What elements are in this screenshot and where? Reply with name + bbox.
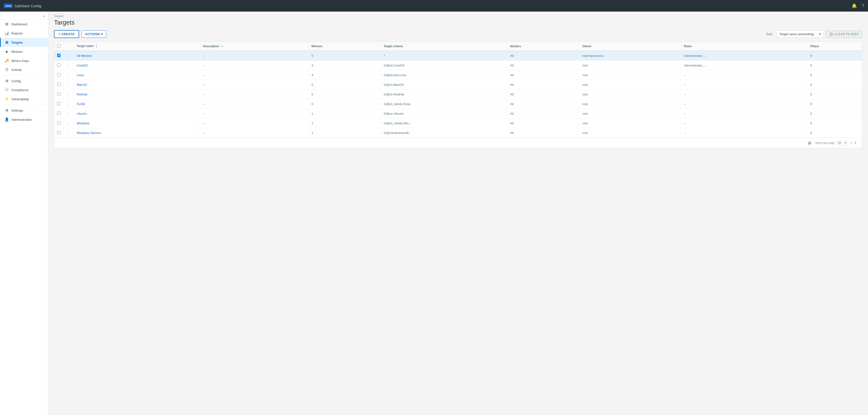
sidebar-item-targets[interactable]: ⊞ Targets xyxy=(0,38,48,47)
target-link-7[interactable]: Windows xyxy=(77,122,89,125)
collapse-sidebar-button[interactable]: « xyxy=(43,14,45,18)
sidebar-item-compliance[interactable]: 🛡 Compliance › xyxy=(0,86,48,94)
row-checkbox-6[interactable] xyxy=(57,111,61,115)
targets-table-container: Target name ▲ ▼ Description ▼ Minions Ta… xyxy=(54,41,862,138)
sidebar-item-reports[interactable]: 📊 Reports xyxy=(0,29,48,38)
row-name-cell-7: Windows xyxy=(74,119,200,128)
table-row: ⋮ Ubuntu -- 1 G@os:Ubuntu All root -- 0 xyxy=(54,109,862,119)
target-link-3[interactable]: MacOS xyxy=(77,83,87,87)
col-desc-label: Description xyxy=(203,44,219,48)
clear-filters-button[interactable]: 🚫 CLEAR FILTERS xyxy=(826,31,862,38)
settings-chevron-icon: › xyxy=(43,109,44,112)
columns-toggle-button[interactable]: ⊞ xyxy=(808,141,811,145)
row-checkbox-3[interactable] xyxy=(57,83,61,86)
row-menu-button-2[interactable]: ⋮ xyxy=(66,73,71,77)
row-menu-button-5[interactable]: ⋮ xyxy=(66,102,71,106)
target-link-4[interactable]: RedHat xyxy=(77,93,87,96)
target-link-2[interactable]: Linux xyxy=(77,73,84,77)
row-name-cell-0: All Minions xyxy=(74,51,200,61)
row-checkbox-cell-3 xyxy=(54,80,64,90)
table-row: ⋮ MacOS -- 0 G@os:MacOS All root -- 0 xyxy=(54,80,862,90)
row-menu-button-3[interactable]: ⋮ xyxy=(66,83,71,87)
row-menu-button-4[interactable]: ⋮ xyxy=(66,92,71,96)
actions-button[interactable]: ACTIONS ▾ xyxy=(82,30,106,38)
sidebar-item-minion-keys[interactable]: 🔑 Minion Keys › xyxy=(0,56,48,65)
main-content: Targets Targets + CREATE ACTIONS ▾ Sort:… xyxy=(48,11,868,415)
row-checkbox-0[interactable] xyxy=(57,54,61,57)
row-masters-cell-5: All xyxy=(507,99,579,109)
row-criteria-cell-0: * xyxy=(381,51,507,61)
target-link-5[interactable]: SUSE xyxy=(77,102,85,106)
sidebar-item-minions[interactable]: ◈ Minions xyxy=(0,47,48,56)
sidebar-divider-1 xyxy=(0,75,48,75)
sidebar-item-vulnerability[interactable]: ⚡ Vulnerability › xyxy=(0,94,48,104)
row-roles-cell-5: -- xyxy=(681,99,807,109)
sidebar-item-administration[interactable]: 👤 Administration › xyxy=(0,115,48,124)
sort-label: Sort: xyxy=(766,32,773,36)
target-link-8[interactable]: Windows Servers xyxy=(77,131,101,135)
row-actions-cell-6: ⋮ xyxy=(64,109,74,119)
sidebar-item-label-minion-keys: Minion Keys xyxy=(11,59,29,63)
header-name-col: Target name ▲ ▼ xyxy=(74,42,200,51)
create-button[interactable]: + CREATE xyxy=(54,30,79,38)
row-criteria-cell-8: G@osfullname:Mi... xyxy=(381,128,507,138)
sort-select[interactable]: Target name (ascending) Target name (des… xyxy=(777,31,824,38)
sort-down-icon: ▼ xyxy=(95,46,97,48)
header-minions-col: Minions xyxy=(308,42,381,51)
row-owner-cell-8: root xyxy=(579,128,681,138)
activity-chevron-icon: › xyxy=(43,68,44,71)
target-link-6[interactable]: Ubuntu xyxy=(77,112,87,116)
row-actions-cell-3: ⋮ xyxy=(64,80,74,90)
sidebar-item-label-activity: Activity xyxy=(11,68,22,71)
row-roles-cell-6: -- xyxy=(681,109,807,119)
description-filter-icon[interactable]: ▼ xyxy=(221,45,223,48)
row-roles-cell-2: -- xyxy=(681,70,807,80)
select-all-checkbox[interactable] xyxy=(57,44,61,47)
help-icon[interactable]: ? xyxy=(862,3,864,8)
row-checkbox-5[interactable] xyxy=(57,102,61,105)
target-link-0[interactable]: All Minions xyxy=(77,54,92,58)
config-icon: ⚙ xyxy=(5,79,9,83)
topnav-right: 🔔 ? xyxy=(851,3,864,8)
minions-icon: ◈ xyxy=(5,50,9,54)
row-checkbox-7[interactable] xyxy=(57,121,61,125)
row-checkbox-4[interactable] xyxy=(57,92,61,96)
row-owner-cell-2: root xyxy=(579,70,681,80)
table-row: ⋮ RedHat -- 0 G@os:RedHat All root -- 0 xyxy=(54,90,862,99)
sidebar-item-settings[interactable]: ⚙ Settings › xyxy=(0,106,48,115)
row-name-cell-2: Linux xyxy=(74,70,200,80)
administration-icon: 👤 xyxy=(5,117,9,122)
row-pillars-cell-3: 0 xyxy=(807,80,862,90)
notification-icon[interactable]: 🔔 xyxy=(851,3,857,8)
row-checkbox-1[interactable] xyxy=(57,63,61,67)
row-menu-button-8[interactable]: ⋮ xyxy=(66,131,71,135)
sidebar-item-activity[interactable]: ⏱ Activity › xyxy=(0,65,48,74)
row-checkbox-2[interactable] xyxy=(57,73,61,76)
row-menu-button-0[interactable]: ⋮ xyxy=(66,54,71,58)
row-criteria-cell-5: G@os_family:Suse xyxy=(381,99,507,109)
name-sort-icons[interactable]: ▲ ▼ xyxy=(95,44,97,48)
sidebar-item-dashboard[interactable]: ⊞ Dashboard xyxy=(0,20,48,29)
row-menu-button-7[interactable]: ⋮ xyxy=(66,121,71,125)
header-pillars-col: Pillars xyxy=(807,42,862,51)
row-minions-cell-2: 4 xyxy=(308,70,381,80)
sidebar-item-label-dashboard: Dashboard xyxy=(11,23,27,26)
row-owner-cell-1: root xyxy=(579,61,681,70)
filter-icon: 🚫 xyxy=(830,33,833,36)
header-actions-col xyxy=(64,42,74,51)
row-checkbox-8[interactable] xyxy=(57,131,61,134)
row-menu-button-1[interactable]: ⋮ xyxy=(66,63,71,67)
row-pillars-cell-7: 0 xyxy=(807,119,862,128)
target-link-1[interactable]: CentOS xyxy=(77,64,88,67)
row-checkbox-cell-1 xyxy=(54,61,64,70)
per-page-select[interactable]: 10 20 50 100 xyxy=(836,140,848,146)
page-title: Targets xyxy=(48,18,868,30)
row-menu-button-6[interactable]: ⋮ xyxy=(66,111,71,116)
table-row: ⋮ Windows Servers -- 1 G@osfullname:Mi..… xyxy=(54,128,862,138)
breadcrumb: Targets xyxy=(48,11,868,18)
sidebar-item-config[interactable]: ⚙ Config › xyxy=(0,76,48,86)
row-actions-cell-5: ⋮ xyxy=(64,99,74,109)
administration-chevron-icon: › xyxy=(43,118,44,121)
row-checkbox-cell-2 xyxy=(54,70,64,80)
row-masters-cell-3: All xyxy=(507,80,579,90)
